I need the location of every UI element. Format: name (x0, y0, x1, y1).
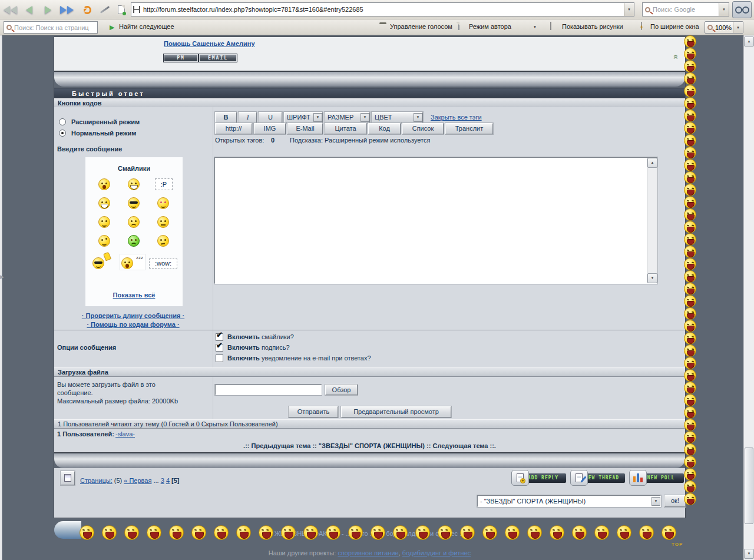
fast-forward-icon[interactable] (59, 2, 75, 18)
first-page-link[interactable]: « Первая (124, 477, 151, 484)
smiley-mad-icon[interactable] (128, 216, 140, 228)
back-icon[interactable] (21, 2, 37, 18)
forward-icon[interactable] (40, 2, 56, 18)
new-poll-button[interactable]: NEW POLL (629, 470, 684, 486)
normal-mode-radio[interactable] (59, 130, 66, 137)
smiley-cool-icon[interactable] (128, 197, 140, 209)
quote-tag-button[interactable]: Цитата (325, 123, 366, 134)
img-tag-button[interactable]: IMG (254, 123, 286, 134)
find-next-button[interactable]: Найти следующее (119, 23, 174, 30)
fit-width-icon[interactable] (641, 22, 642, 30)
chevron-down-icon[interactable]: ▼ (652, 497, 660, 506)
previous-topic-link[interactable]: Предыдущая тема (252, 442, 311, 449)
smiley-sleep-icon[interactable]: zzz (120, 254, 145, 270)
scroll-up-icon[interactable]: ▲ (744, 37, 754, 47)
zoom-control[interactable]: 100% ▼ (705, 21, 743, 34)
smiley-rocker-hand-icon[interactable] (103, 252, 111, 261)
scroll-top-icon[interactable]: « (672, 54, 682, 59)
email-tag-button[interactable]: E-Mail (287, 123, 323, 134)
show-images-button[interactable]: Показывать рисунки (562, 23, 623, 30)
smiley-sick-icon[interactable] (128, 235, 140, 247)
find-next-play-icon[interactable]: ▶ (110, 24, 114, 31)
enable-signature-checkbox[interactable]: ✔ (216, 344, 223, 352)
user-help-link[interactable]: Помощь Сашеньке Амелину (164, 40, 255, 47)
smiley-tongue-text[interactable]: :P (155, 178, 173, 190)
project-link-1[interactable]: спортивное питание (338, 549, 398, 556)
smiley-smile-icon[interactable] (98, 216, 110, 228)
pages-link[interactable]: Страницы: (80, 477, 113, 484)
list-tag-button[interactable]: Список (402, 123, 444, 134)
images-icon[interactable] (550, 22, 551, 30)
smiley-neutral-icon[interactable] (157, 216, 169, 228)
italic-button[interactable]: I (239, 112, 257, 123)
scrollbar-thumb[interactable] (745, 448, 753, 524)
scroll-down-icon[interactable]: ▼ (647, 273, 657, 283)
email-button[interactable]: EMAIL (199, 54, 237, 62)
smiley-happy-icon[interactable] (128, 178, 140, 190)
forum-jump-select[interactable]: - "ЗВЕЗДЫ" СПОРТА (ЖЕНЩИНЫ) ▼ (477, 495, 661, 507)
web-search-field[interactable]: Поиск: Google ▼ (642, 2, 729, 16)
url-dropdown-button[interactable]: ▼ (624, 3, 634, 16)
author-mode-dropdown-icon[interactable]: ▼ (533, 25, 537, 29)
preview-button[interactable]: Предварительный просмотр (341, 406, 451, 417)
smiley-wub-icon[interactable] (157, 197, 169, 209)
url-bar[interactable]: http://forum.steelfactor.ru/index.php?sh… (131, 2, 634, 16)
author-mode-icon[interactable] (458, 22, 459, 30)
zoom-dropdown[interactable]: ▼ (733, 22, 743, 33)
page-3-link[interactable]: 3 (161, 477, 164, 484)
compose-pencil-icon[interactable] (97, 2, 113, 18)
chevron-down-icon[interactable]: ▼ (414, 113, 422, 122)
current-topic-link[interactable]: "ЗВЕЗДЫ" СПОРТА (ЖЕНЩИНЫ) (319, 442, 425, 449)
textarea-scrollbar[interactable]: ▲ ▼ (647, 158, 657, 283)
chevron-down-icon[interactable]: ▼ (313, 113, 322, 122)
enable-smilies-checkbox[interactable]: ✔ (216, 333, 223, 341)
code-help-link[interactable]: · Помощь по кодам форума · (87, 321, 179, 328)
extended-mode-radio[interactable] (59, 118, 66, 125)
http-tag-button[interactable]: http:// (215, 123, 252, 134)
next-topic-link[interactable]: Следующая тема (432, 442, 488, 449)
underline-button[interactable]: U (259, 112, 282, 123)
color-select[interactable]: ЦВЕТ▼ (372, 112, 423, 123)
find-placeholder[interactable]: Поиск: Поиск на страниц (14, 24, 89, 31)
close-all-tags-link[interactable]: Закрыть все тэги (431, 114, 482, 121)
find-glasses-button[interactable] (732, 1, 752, 18)
voice-control-button[interactable]: Управление голосом (390, 23, 452, 30)
code-tag-button[interactable]: Код (368, 123, 401, 134)
project-link-2[interactable]: бодибилдинг и фитнес (402, 549, 471, 556)
show-all-smilies-link[interactable]: Показать всё (85, 291, 183, 299)
smiley-wacko-icon[interactable] (98, 235, 110, 247)
add-reply-button[interactable]: ADD REPLY + (511, 470, 567, 486)
pages-popup-button[interactable] (61, 471, 75, 485)
font-select[interactable]: ШРИФТ▼ (284, 112, 323, 123)
new-page-icon[interactable] (113, 2, 129, 18)
smiley-ohmy-icon[interactable] (98, 178, 110, 190)
smiley-hmm-icon[interactable] (157, 235, 169, 247)
email-notify-checkbox[interactable] (216, 354, 223, 362)
smiley-rocker-icon[interactable] (92, 257, 104, 269)
browse-button[interactable]: Обзор (325, 385, 358, 395)
author-mode-button[interactable]: Режим автора (469, 23, 511, 30)
size-select[interactable]: РАЗМЕР▼ (325, 112, 370, 123)
page-4-link[interactable]: 4 (166, 477, 170, 484)
panel-toggle-icon[interactable]: ▶ (0, 274, 4, 280)
zoom-level[interactable]: 100% (715, 24, 732, 31)
search-engine-dropdown[interactable]: ▼ (719, 3, 729, 16)
scroll-down-icon[interactable]: ▼ (744, 549, 754, 559)
check-length-link[interactable]: · Проверить длину сообщения · (82, 312, 184, 319)
panel-splitter[interactable] (0, 35, 2, 560)
user-slava-link[interactable]: -slava- (115, 430, 135, 438)
search-placeholder[interactable]: Поиск: Google (653, 6, 695, 13)
translit-tag-button[interactable]: Транслит (445, 123, 493, 134)
scroll-up-icon[interactable]: ▲ (647, 158, 657, 168)
fit-width-button[interactable]: По ширине окна (650, 23, 699, 30)
submit-button[interactable]: Отправить (289, 406, 338, 417)
new-thread-button[interactable]: NEW THREAD (570, 470, 626, 486)
smiley-biggrin-icon[interactable] (98, 197, 110, 209)
rewind-icon[interactable] (2, 2, 18, 18)
message-textarea[interactable]: ▲ ▼ (214, 157, 657, 284)
window-scrollbar[interactable]: ▲ ▼ (743, 35, 754, 560)
top-button[interactable]: TOP (672, 542, 683, 547)
chevron-down-icon[interactable]: ▼ (361, 113, 369, 122)
find-on-page-field[interactable]: Поиск: Поиск на страниц (4, 21, 98, 34)
file-input[interactable] (215, 385, 322, 395)
